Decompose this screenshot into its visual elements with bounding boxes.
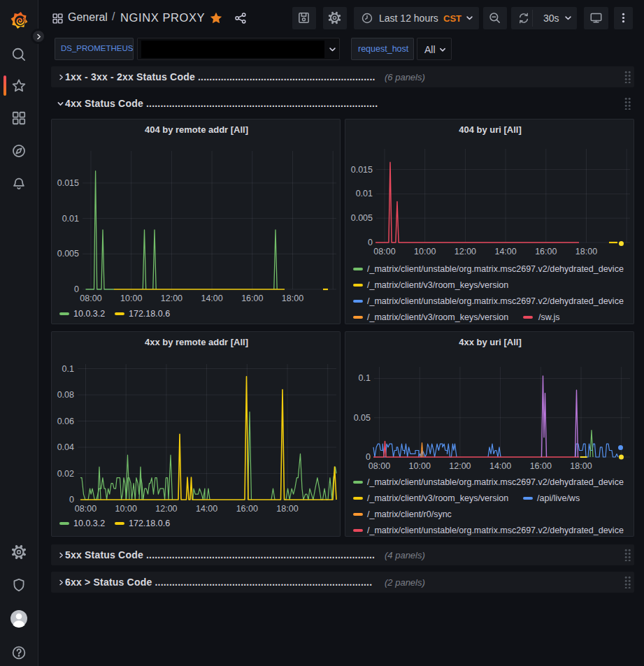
svg-text:14:00: 14:00 bbox=[201, 294, 222, 303]
svg-text:0.005: 0.005 bbox=[351, 213, 373, 223]
svg-text:14:00: 14:00 bbox=[196, 504, 217, 514]
svg-text:0.1: 0.1 bbox=[359, 373, 371, 383]
svg-text:16:00: 16:00 bbox=[241, 294, 263, 303]
svg-text:12:00: 12:00 bbox=[161, 294, 183, 303]
svg-text:0.015: 0.015 bbox=[57, 178, 79, 188]
svg-text:0.02: 0.02 bbox=[57, 469, 74, 479]
svg-text:08:00: 08:00 bbox=[75, 504, 96, 514]
svg-text:08:00: 08:00 bbox=[80, 294, 101, 303]
svg-text:16:00: 16:00 bbox=[535, 247, 557, 256]
svg-text:0.05: 0.05 bbox=[354, 413, 371, 423]
svg-text:14:00: 14:00 bbox=[489, 461, 511, 471]
svg-text:16:00: 16:00 bbox=[530, 461, 552, 471]
svg-text:0.06: 0.06 bbox=[57, 417, 74, 426]
svg-text:0.015: 0.015 bbox=[351, 165, 373, 175]
svg-text:0.005: 0.005 bbox=[57, 249, 79, 259]
svg-text:0.01: 0.01 bbox=[62, 214, 79, 224]
svg-text:18:00: 18:00 bbox=[276, 504, 298, 514]
svg-text:0: 0 bbox=[368, 238, 373, 247]
svg-text:0: 0 bbox=[366, 452, 371, 462]
svg-text:10:00: 10:00 bbox=[409, 461, 431, 471]
svg-text:12:00: 12:00 bbox=[455, 247, 476, 256]
svg-text:0.08: 0.08 bbox=[57, 390, 74, 400]
svg-text:0.1: 0.1 bbox=[62, 364, 74, 374]
svg-text:18:00: 18:00 bbox=[575, 247, 597, 256]
svg-text:18:00: 18:00 bbox=[570, 461, 592, 471]
svg-text:12:00: 12:00 bbox=[449, 461, 471, 471]
svg-text:10:00: 10:00 bbox=[414, 247, 436, 256]
svg-text:08:00: 08:00 bbox=[368, 461, 390, 471]
svg-text:0: 0 bbox=[69, 495, 74, 505]
svg-text:0.04: 0.04 bbox=[57, 442, 74, 452]
svg-text:14:00: 14:00 bbox=[494, 247, 516, 256]
svg-text:16:00: 16:00 bbox=[236, 504, 258, 514]
svg-text:18:00: 18:00 bbox=[282, 294, 303, 303]
svg-text:12:00: 12:00 bbox=[155, 504, 177, 514]
svg-text:0.01: 0.01 bbox=[356, 189, 373, 198]
svg-text:10:00: 10:00 bbox=[115, 504, 137, 514]
svg-text:08:00: 08:00 bbox=[373, 247, 395, 256]
svg-text:10:00: 10:00 bbox=[120, 294, 142, 303]
svg-text:0: 0 bbox=[74, 284, 79, 294]
